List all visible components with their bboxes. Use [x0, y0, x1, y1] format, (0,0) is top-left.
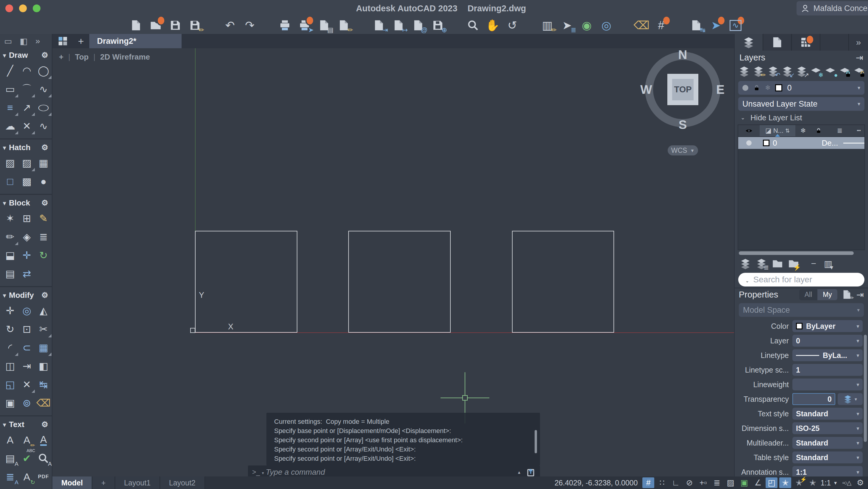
annotation-autoscale-toggle[interactable]: ✭ ⚡: [793, 478, 805, 488]
text-update-tool[interactable]: A ↻: [19, 469, 34, 485]
spline-tool[interactable]: ∿: [36, 81, 51, 97]
collapse-panel-icon[interactable]: ⇥: [857, 289, 864, 300]
annotation-scale-dropdown[interactable]: 1:1 ▾: [793, 466, 863, 477]
drawing-rectangle-2[interactable]: [348, 231, 451, 333]
erase-tool[interactable]: ⌫: [36, 395, 51, 411]
properties-scrollbar[interactable]: [864, 335, 867, 442]
more-tabs-button[interactable]: »: [849, 34, 868, 51]
layer-color-swatch[interactable]: [775, 84, 782, 91]
solid-fill-tool[interactable]: ●: [36, 174, 51, 189]
multileader-style-dropdown[interactable]: Standard ▾: [793, 437, 863, 449]
attribute-sync-tool[interactable]: ↻: [36, 247, 51, 263]
text-style-dropdown[interactable]: Standard ▾: [793, 408, 863, 420]
text-tool[interactable]: A: [2, 432, 18, 448]
geolocation-icon[interactable]: ◉: [579, 17, 595, 33]
hatch-panel-header[interactable]: ▾ Hatch ⚙: [0, 141, 52, 153]
viewcube-top-face[interactable]: TOP: [668, 74, 698, 105]
layer-states-icon[interactable]: ≣: [755, 257, 768, 270]
find-text-tool[interactable]: A: [36, 451, 51, 466]
viewport-controls-toggle[interactable]: ◰: [766, 478, 777, 488]
gear-icon[interactable]: ⚙: [41, 291, 48, 300]
boundary-tool[interactable]: □: [2, 174, 18, 189]
lock-column-header[interactable]: [811, 127, 826, 134]
layer-dropdown[interactable]: 0 ▾: [793, 335, 863, 347]
rectangle-tool[interactable]: ▭: [2, 81, 18, 97]
layer-state-dropdown[interactable]: Unsaved Layer State ▾: [738, 97, 864, 111]
print-icon[interactable]: [277, 17, 293, 33]
transparency-toggle[interactable]: ▨: [724, 478, 737, 488]
save-icon[interactable]: [167, 17, 183, 33]
name-column-header[interactable]: ◪ N... ⇅: [760, 125, 795, 136]
block-editor-tool[interactable]: ✎: [36, 211, 51, 226]
count-icon[interactable]: #: [653, 17, 669, 33]
attribute-tag-tool[interactable]: ◈: [19, 229, 34, 245]
snap-toggle[interactable]: ∷: [656, 478, 668, 488]
user-account-button[interactable]: Mafalda Concei: [797, 1, 868, 16]
mirror-tool[interactable]: ◭: [36, 303, 51, 318]
tool-sets-icon[interactable]: ▥ ✏: [539, 17, 555, 33]
export-icon[interactable]: ↦: [391, 17, 407, 33]
text-export-tool[interactable]: ▤ A: [2, 451, 18, 466]
linetype-scale-input[interactable]: 1: [793, 364, 863, 376]
text-list-tool[interactable]: ≣ A: [2, 469, 18, 485]
pdf-text-tool[interactable]: PDF: [36, 469, 51, 485]
linetype-dropdown[interactable]: ByLa... ▾: [793, 349, 863, 361]
spell-check-tool[interactable]: ✔ ABC: [19, 451, 34, 466]
annotation-scale-control[interactable]: 1:1 ▼: [820, 479, 838, 487]
edit-properties-icon[interactable]: ✏: [841, 289, 853, 300]
fillet-tool[interactable]: ◜: [2, 340, 18, 355]
text-panel-header[interactable]: ▾ Text ⚙: [0, 418, 52, 430]
layer-isolate-icon[interactable]: ↙: [781, 65, 794, 78]
attribute-display-tool[interactable]: ≣: [36, 229, 51, 245]
table-style-dropdown[interactable]: Standard ▾: [793, 452, 863, 463]
plot-style-icon[interactable]: ✏: [336, 17, 352, 33]
selection-mode-icon[interactable]: ▭: [4, 36, 12, 46]
layer-lock-icon[interactable]: [838, 65, 851, 78]
circle-tool[interactable]: ◯: [36, 63, 51, 78]
modify-panel-header[interactable]: ▾ Modify ⚙: [0, 288, 52, 301]
dock-expand-icon[interactable]: »: [35, 36, 40, 46]
recent-commands-icon[interactable]: [526, 467, 536, 477]
lineweight-toggle[interactable]: ≣: [711, 478, 723, 488]
lineweight-column-header[interactable]: ≣: [826, 127, 853, 134]
point-tool[interactable]: ✕: [19, 118, 34, 134]
layer-unlock-icon[interactable]: [852, 65, 866, 78]
selection-cycling-toggle[interactable]: ▣: [738, 478, 750, 488]
line-tool[interactable]: ╱: [2, 63, 18, 78]
layer-off-icon[interactable]: ●: [824, 65, 837, 78]
gear-icon[interactable]: ⚙: [41, 143, 48, 152]
page-setup-icon[interactable]: ▤: [316, 17, 332, 33]
lasso-mode-icon[interactable]: ◧: [20, 36, 27, 46]
hatch-edit-tool[interactable]: ▩: [19, 174, 34, 189]
gear-icon[interactable]: ⚙: [41, 198, 48, 208]
collapse-panel-icon[interactable]: ⇥: [856, 53, 863, 63]
object-visibility-icon[interactable]: ▫○△: [841, 478, 852, 488]
offset-tool[interactable]: ⊂: [19, 340, 34, 355]
transparency-mode-dropdown[interactable]: ▾: [838, 393, 863, 405]
layer-previous-icon[interactable]: ↶: [766, 65, 779, 78]
redo-icon[interactable]: ↷: [242, 17, 258, 33]
ellipse-tool[interactable]: ◯: [36, 100, 51, 115]
construction-line-tool[interactable]: ≡: [2, 100, 18, 115]
visual-style-control[interactable]: 2D Wireframe: [100, 53, 150, 62]
viewcube-south[interactable]: S: [678, 118, 687, 132]
undo-icon[interactable]: ↶: [222, 17, 238, 33]
view-transition-icon[interactable]: ◎: [598, 17, 614, 33]
wcs-dropdown[interactable]: WCS ▼: [668, 145, 698, 155]
layer-group-icon[interactable]: [771, 257, 784, 270]
purge-icon[interactable]: ⌫: [633, 17, 650, 33]
revision-cloud-tool[interactable]: ☁: [2, 118, 18, 134]
text-plus-tool[interactable]: +: [2, 488, 18, 489]
dimension-style-dropdown[interactable]: ISO-25 ▾: [793, 422, 863, 434]
transparency-slider[interactable]: 0: [793, 393, 835, 405]
array-tool[interactable]: ▦: [36, 340, 51, 355]
quick-properties-icon[interactable]: ➤ ≣: [559, 17, 575, 33]
insert-block-tool[interactable]: ✶: [2, 211, 18, 226]
text-match-tool[interactable]: A ✏: [19, 432, 34, 448]
write-block-tool[interactable]: ⊞: [19, 211, 34, 226]
hatch-tool[interactable]: ▨: [2, 155, 18, 171]
tab-empty[interactable]: [820, 34, 849, 51]
measure-tool[interactable]: ↗: [19, 100, 34, 115]
pan-icon[interactable]: ✋: [485, 17, 501, 33]
hide-layer-list-toggle[interactable]: ⌄ Hide Layer List: [735, 112, 868, 123]
